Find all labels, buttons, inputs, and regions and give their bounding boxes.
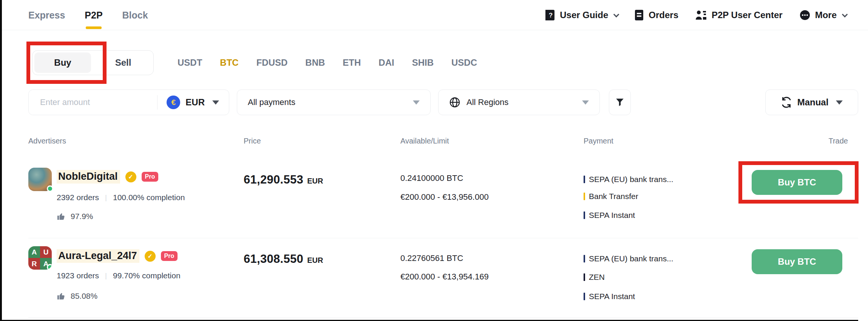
orders-link[interactable]: Orders xyxy=(634,9,678,21)
tab-usdc[interactable]: USDC xyxy=(451,57,477,68)
row-divider xyxy=(28,238,858,238)
orders-count: 2392 orders xyxy=(57,193,99,202)
p2p-trading-page: Express P2P Block ? User Guide Orders P2… xyxy=(0,0,868,321)
orders-count: 1923 orders xyxy=(57,271,99,280)
payment-method: SEPA Instant xyxy=(584,292,635,301)
tab-p2p[interactable]: P2P xyxy=(85,0,102,30)
advertiser-avatar[interactable] xyxy=(28,168,52,191)
available-amount: 0.22760561 BTC xyxy=(400,253,463,263)
pro-badge: Pro xyxy=(161,251,178,261)
advanced-filter-button[interactable] xyxy=(609,90,631,115)
p2p-user-center-link[interactable]: P2P User Center xyxy=(695,9,783,21)
chevron-down-icon xyxy=(613,11,619,17)
avatar-letter: U xyxy=(40,246,52,258)
amount-filter: € EUR xyxy=(28,90,229,115)
top-navigation: Express P2P Block ? User Guide Orders P2… xyxy=(0,0,868,30)
payment-method: SEPA (EU) bank trans... xyxy=(584,254,673,263)
advertiser-stats: 2392 orders | 100.00% completion xyxy=(57,193,185,202)
advertiser-name-line: Aura-Legal_24l7 ✓ Pro xyxy=(57,249,178,263)
tab-fdusd[interactable]: FDUSD xyxy=(256,57,288,68)
sell-toggle-button[interactable]: Sell xyxy=(95,52,151,73)
payment-color-bar xyxy=(584,176,585,183)
dropdown-caret-icon xyxy=(582,100,589,105)
thumbs-up-icon xyxy=(57,292,66,301)
price-value: 61,308.550 xyxy=(244,252,303,266)
payment-method: SEPA Instant xyxy=(584,211,635,220)
tab-usdt[interactable]: USDT xyxy=(178,57,202,68)
buy-btc-button[interactable]: Buy BTC xyxy=(752,170,842,195)
buy-sell-toggle: Buy Sell xyxy=(32,50,154,75)
more-link[interactable]: More xyxy=(799,9,846,21)
regions-filter-dropdown[interactable]: All Regions xyxy=(438,90,600,115)
payment-method: ZEN xyxy=(584,273,605,282)
svg-text:?: ? xyxy=(549,12,553,19)
orders-document-icon xyxy=(634,9,644,21)
price-currency: EUR xyxy=(307,256,323,265)
refresh-icon xyxy=(781,97,792,108)
thumbs-up-icon xyxy=(57,212,66,221)
positive-rate-value: 97.9% xyxy=(71,212,93,221)
verified-badge-icon: ✓ xyxy=(145,251,156,262)
market-type-tabs: Express P2P Block xyxy=(28,0,148,30)
order-limit: €200.000 - €13,954.169 xyxy=(400,272,489,282)
stats-divider: | xyxy=(105,193,107,202)
tab-shib[interactable]: SHIB xyxy=(412,57,434,68)
online-status-dot xyxy=(47,185,53,192)
euro-icon: € xyxy=(167,96,180,109)
payment-method: SEPA (EU) bank trans... xyxy=(584,175,673,184)
chevron-down-icon xyxy=(842,11,848,17)
available-amount: 0.24100000 BTC xyxy=(400,173,463,183)
payment-color-bar xyxy=(584,255,585,262)
nav-links: ? User Guide Orders P2P User Center More xyxy=(545,0,846,30)
column-header-trade: Trade xyxy=(828,137,848,145)
payment-color-bar xyxy=(584,293,585,300)
column-header-price: Price xyxy=(244,137,261,145)
pro-badge: Pro xyxy=(142,172,159,182)
tab-dai[interactable]: DAI xyxy=(378,57,394,68)
advertiser-avatar[interactable]: A U R A xyxy=(28,246,52,270)
price-currency: EUR xyxy=(307,177,323,185)
payment-method-label: SEPA (EU) bank trans... xyxy=(589,254,673,263)
crypto-asset-tabs: USDT BTC FDUSD BNB ETH DAI SHIB USDC xyxy=(178,50,477,75)
price-value: 61,290.553 xyxy=(244,173,303,187)
dropdown-caret-icon xyxy=(413,100,420,105)
tab-bnb[interactable]: BNB xyxy=(305,57,325,68)
payment-color-bar xyxy=(584,211,585,219)
tab-express[interactable]: Express xyxy=(28,0,65,30)
orders-label: Orders xyxy=(649,10,678,20)
tab-eth[interactable]: ETH xyxy=(343,57,361,68)
online-status-dot xyxy=(47,264,52,270)
completion-rate: 100.00% completion xyxy=(113,193,185,202)
advertiser-name-link[interactable]: NobleDigital xyxy=(57,170,120,184)
refresh-mode-dropdown[interactable]: Manual xyxy=(765,90,858,115)
column-header-advertisers: Advertisers xyxy=(28,137,66,145)
price: 61,290.553 EUR xyxy=(244,173,323,187)
screenshot-left-edge xyxy=(0,0,2,321)
price: 61,308.550 EUR xyxy=(244,252,323,266)
order-limit: €200.000 - €13,956.000 xyxy=(400,192,489,202)
avatar-letter: A xyxy=(28,246,40,258)
positive-rate-value: 85.08% xyxy=(71,292,97,301)
buy-toggle-button[interactable]: Buy xyxy=(34,52,91,73)
positive-feedback: 97.9% xyxy=(57,212,93,221)
advertiser-name-link[interactable]: Aura-Legal_24l7 xyxy=(57,249,139,263)
refresh-mode-label: Manual xyxy=(797,97,829,108)
payment-method-label: ZEN xyxy=(589,273,605,282)
buy-btc-button[interactable]: Buy BTC xyxy=(752,249,842,274)
advertiser-name-line: NobleDigital ✓ Pro xyxy=(57,170,158,184)
fiat-currency-selector[interactable]: € EUR xyxy=(158,96,229,109)
amount-input[interactable] xyxy=(29,90,157,115)
tab-btc[interactable]: BTC xyxy=(220,57,238,68)
user-guide-link[interactable]: ? User Guide xyxy=(545,9,618,21)
payment-method-label: SEPA (EU) bank trans... xyxy=(589,175,673,184)
payments-filter-dropdown[interactable]: All payments xyxy=(237,90,431,115)
user-guide-book-icon: ? xyxy=(545,9,555,21)
payment-method: Bank Transfer xyxy=(584,192,638,201)
more-label: More xyxy=(815,10,837,20)
payments-filter-label: All payments xyxy=(248,97,295,107)
row-divider xyxy=(28,317,858,318)
avatar-letter: R xyxy=(28,258,40,270)
positive-feedback: 85.08% xyxy=(57,292,97,301)
funnel-filter-icon xyxy=(615,97,625,107)
tab-block[interactable]: Block xyxy=(122,0,148,30)
